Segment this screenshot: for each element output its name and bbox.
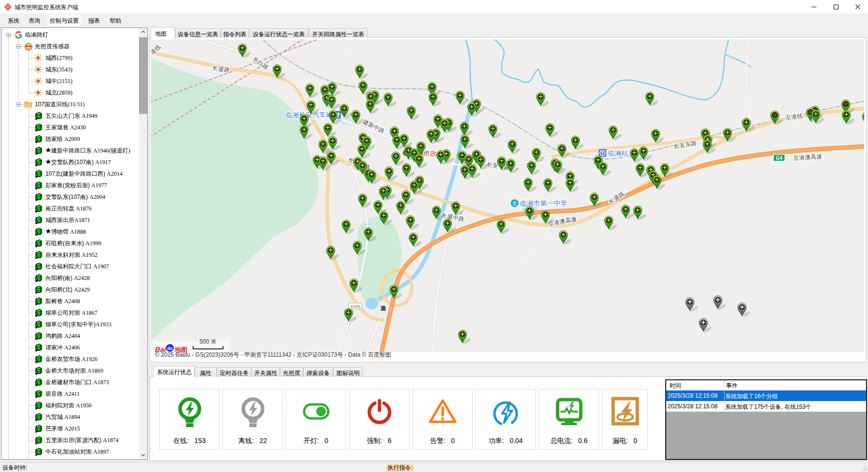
svg-text:500 米: 500 米 [199,338,216,345]
svg-text:临湘长安汽车站: 临湘长安汽车站 [285,111,333,119]
svg-text:X089: X089 [350,304,360,309]
svg-text:临湘站: 临湘站 [608,149,628,157]
svg-text:© 2025 Baidu - GS(2023)3206号 -: © 2025 Baidu - GS(2023)3206号 - 甲测资字11111… [155,351,391,358]
svg-text:临湘市第一中学: 临湘市第一中学 [520,199,567,207]
svg-text:文: 文 [512,201,517,206]
svg-text:du: du [168,346,173,351]
svg-text:G4: G4 [776,155,783,161]
